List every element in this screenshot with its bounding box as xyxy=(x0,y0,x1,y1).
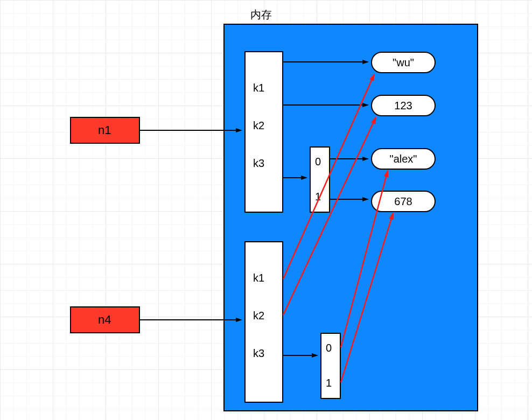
memory-title: 内存 xyxy=(250,8,272,22)
dict-n1-k2: k2 xyxy=(253,120,264,132)
dict-n1: k1 k2 k3 xyxy=(244,51,283,213)
variable-n1-label: n1 xyxy=(98,123,111,137)
list-n1: 0 1 xyxy=(310,146,330,213)
value-678: 678 xyxy=(371,191,436,212)
list-n4: 0 1 xyxy=(320,333,341,399)
diagram-canvas: 内存 n1 n4 k1 k2 k3 0 1 k1 k2 k3 0 1 "wu" … xyxy=(0,0,532,420)
value-wu: "wu" xyxy=(371,52,436,73)
list-n1-idx0: 0 xyxy=(315,156,321,168)
dict-n1-k3: k3 xyxy=(253,157,264,170)
value-alex: "alex" xyxy=(371,148,436,170)
dict-n4-k2: k2 xyxy=(253,310,264,322)
list-n4-idx1: 1 xyxy=(326,377,332,389)
list-n1-idx1: 1 xyxy=(315,191,321,203)
dict-n4: k1 k2 k3 xyxy=(244,241,283,403)
dict-n4-k1: k1 xyxy=(253,272,264,284)
list-n4-idx0: 0 xyxy=(326,342,332,354)
variable-n1: n1 xyxy=(70,117,140,144)
dict-n1-k1: k1 xyxy=(253,82,264,94)
value-123: 123 xyxy=(371,95,436,116)
dict-n4-k3: k3 xyxy=(253,347,264,360)
variable-n4-label: n4 xyxy=(98,313,111,327)
variable-n4: n4 xyxy=(70,306,140,333)
